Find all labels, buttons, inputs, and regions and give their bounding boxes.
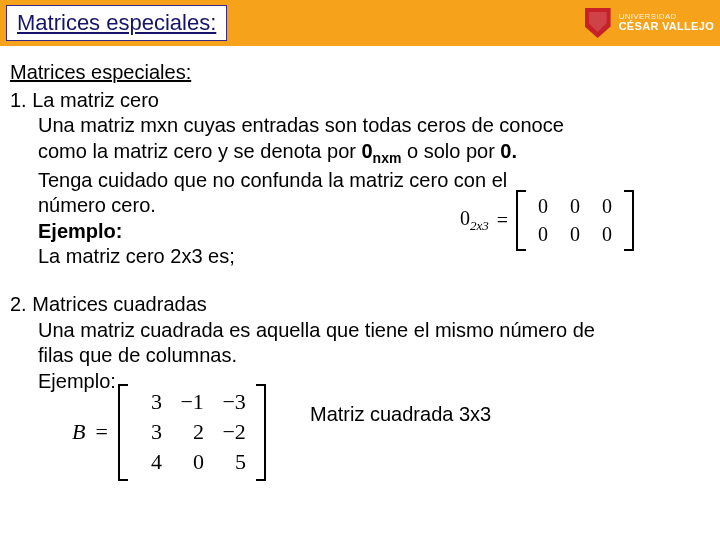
item-2-body: Una matriz cuadrada es aquella que tiene… bbox=[10, 318, 710, 395]
item-2-header: 2. Matrices cuadradas bbox=[10, 292, 710, 318]
item-number: 1. bbox=[10, 89, 27, 111]
university-logo: UNIVERSIDAD CÉSAR VALLEJO bbox=[585, 8, 714, 38]
section-square-matrix: 2. Matrices cuadradas Una matriz cuadrad… bbox=[10, 292, 710, 394]
cell: 0 bbox=[568, 222, 582, 248]
slide-body: Matrices especiales: 1. La matriz cero U… bbox=[0, 46, 720, 394]
zero-matrix-equation: 02x3 = 0 0 0 0 0 0 bbox=[460, 190, 634, 251]
cell: 0 bbox=[536, 194, 550, 220]
item-number: 2. bbox=[10, 293, 27, 315]
cell: 0 bbox=[568, 194, 582, 220]
text-line: Una matriz cuadrada es aquella que tiene… bbox=[38, 318, 710, 344]
equals-sign: = bbox=[95, 418, 107, 446]
text-line: filas que de columnas. bbox=[38, 343, 710, 369]
cell: 3 bbox=[138, 418, 162, 446]
matrix-cells: 3 −1 −3 3 2 −2 4 0 5 bbox=[128, 384, 256, 480]
cell: 3 bbox=[138, 388, 162, 416]
bracket-left-icon bbox=[516, 190, 526, 251]
university-line1: UNIVERSIDAD bbox=[619, 13, 714, 21]
section-zero-matrix: Matrices especiales: 1. La matriz cero U… bbox=[10, 60, 710, 270]
cell: 2 bbox=[180, 418, 204, 446]
equals-sign: = bbox=[497, 208, 508, 234]
university-name: UNIVERSIDAD CÉSAR VALLEJO bbox=[619, 13, 714, 33]
section-subtitle: Matrices especiales: bbox=[10, 60, 710, 86]
text-span: como la matriz cero y se denota por bbox=[38, 140, 361, 162]
eq-lhs: B bbox=[72, 418, 85, 446]
square-matrix-equation: B = 3 −1 −3 3 2 −2 4 0 5 bbox=[72, 384, 266, 480]
text-span: o solo por bbox=[401, 140, 500, 162]
matrix-zero: 0 0 0 0 0 0 bbox=[516, 190, 634, 251]
cell: −3 bbox=[222, 388, 246, 416]
bracket-right-icon bbox=[256, 384, 266, 480]
item-title: La matriz cero bbox=[32, 89, 159, 111]
header-band: Matrices especiales: UNIVERSIDAD CÉSAR V… bbox=[0, 0, 720, 46]
text-line: como la matriz cero y se denota por 0nxm… bbox=[38, 139, 710, 168]
cell: 4 bbox=[138, 448, 162, 476]
zero-symbol: 0nxm bbox=[361, 140, 401, 162]
matrix-cells: 0 0 0 0 0 0 bbox=[526, 190, 624, 251]
university-line2: CÉSAR VALLEJO bbox=[619, 21, 714, 33]
cell: 0 bbox=[600, 222, 614, 248]
matrix-caption: Matriz cuadrada 3x3 bbox=[310, 402, 491, 428]
cell: 5 bbox=[222, 448, 246, 476]
bracket-left-icon bbox=[118, 384, 128, 480]
shield-icon bbox=[585, 8, 611, 38]
cell: 0 bbox=[536, 222, 550, 248]
cell: −1 bbox=[180, 388, 204, 416]
matrix-B: 3 −1 −3 3 2 −2 4 0 5 bbox=[118, 384, 266, 480]
cell: 0 bbox=[180, 448, 204, 476]
slide-title: Matrices especiales: bbox=[6, 5, 227, 41]
cell: 0 bbox=[600, 194, 614, 220]
bracket-right-icon bbox=[624, 190, 634, 251]
text-line: Una matriz mxn cuyas entradas son todas … bbox=[38, 113, 710, 139]
item-title: Matrices cuadradas bbox=[32, 293, 207, 315]
eq-lhs: 02x3 bbox=[460, 206, 489, 235]
item-1-header: 1. La matriz cero bbox=[10, 88, 710, 114]
cell: −2 bbox=[222, 418, 246, 446]
zero-symbol: 0. bbox=[500, 140, 517, 162]
slide: Matrices especiales: UNIVERSIDAD CÉSAR V… bbox=[0, 0, 720, 540]
